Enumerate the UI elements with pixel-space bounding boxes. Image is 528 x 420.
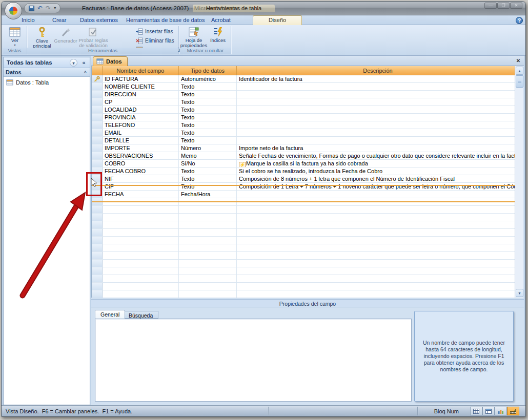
field-desc-cell[interactable] [237,260,519,267]
field-row[interactable]: DETALLE Texto [92,137,519,144]
field-desc-cell[interactable] [237,83,519,90]
property-sheet[interactable] [95,319,412,402]
hoja-propiedades-button[interactable]: Hoja de propiedades [181,27,206,49]
field-row[interactable]: NOMBRE CLIENTE Texto [92,83,519,91]
field-type-cell[interactable] [179,267,237,275]
row-selector[interactable] [92,167,103,175]
row-selector[interactable] [92,121,103,129]
field-type-cell[interactable]: Texto [179,129,237,136]
field-row[interactable]: ID FACTURA Autonumérico Identificador de… [92,75,519,83]
tab-general[interactable]: General [95,310,125,319]
field-desc-cell[interactable] [237,91,519,98]
header-nombre-del-campo[interactable]: Nombre del campo [103,66,179,75]
field-desc-cell[interactable] [237,237,519,244]
row-selector[interactable] [92,106,103,113]
empty-field-row[interactable] [92,221,519,229]
field-type-cell[interactable] [179,221,237,228]
field-desc-cell[interactable] [237,290,519,298]
field-desc-cell[interactable]: Composición de 8 números + 1 letra que c… [237,175,519,182]
insertar-filas-button[interactable]: Insertar filas [136,28,173,35]
field-desc-cell[interactable]: Composición de 1 Letra + 7 números + 1 n… [237,183,519,190]
nav-menu-dropdown-icon[interactable]: ▾ [70,59,77,67]
field-name-cell[interactable]: COBRO [103,160,179,167]
field-type-cell[interactable] [179,283,237,290]
field-type-cell[interactable]: Texto [179,137,237,144]
field-name-cell[interactable]: LOCALIDAD [103,106,179,113]
field-desc-cell[interactable] [237,283,519,290]
field-row[interactable]: CIF Texto Composición de 1 Letra + 7 núm… [92,183,519,191]
row-selector[interactable] [92,152,103,159]
header-tipo-de-datos[interactable]: Tipo de datos [179,66,237,75]
field-name-cell[interactable] [103,221,179,228]
field-name-cell[interactable] [103,252,179,259]
row-selector[interactable] [92,214,103,221]
field-desc-cell[interactable] [237,121,519,129]
row-selector[interactable] [92,198,103,205]
field-name-cell[interactable] [103,260,179,267]
field-name-cell[interactable] [103,267,179,275]
field-row[interactable]: NIF Texto Composición de 8 números + 1 l… [92,175,519,183]
close-button[interactable]: ✕ [510,3,522,9]
empty-field-row[interactable] [92,214,519,221]
nav-pane-header[interactable]: Todas las tablas ▾ « [4,57,90,68]
nav-group-datos[interactable]: Datos ˄ [4,68,90,77]
field-desc-cell[interactable] [237,106,519,113]
vertical-scrollbar[interactable]: ▲ ▼ [515,66,523,298]
field-type-cell[interactable]: Texto [179,121,237,129]
field-name-cell[interactable] [103,229,179,236]
field-name-cell[interactable]: CIF [103,183,179,190]
field-type-cell[interactable]: Texto [179,167,237,175]
row-selector[interactable] [92,98,103,106]
row-selector[interactable] [92,252,103,259]
undo-icon[interactable]: ↶ [37,5,43,11]
field-desc-cell[interactable] [237,221,519,228]
field-desc-cell[interactable] [237,98,519,106]
row-selector[interactable] [92,283,103,290]
empty-field-row[interactable] [92,206,519,214]
empty-field-row[interactable] [92,283,519,290]
row-selector[interactable] [92,144,103,152]
field-desc-cell[interactable] [237,198,519,205]
field-name-cell[interactable]: EMAIL [103,129,179,136]
field-type-cell[interactable]: Texto [179,83,237,90]
eliminar-filas-button[interactable]: Eliminar filas [136,37,174,44]
field-name-cell[interactable] [103,244,179,251]
field-desc-cell[interactable] [237,191,519,198]
field-row[interactable]: LOCALIDAD Texto [92,106,519,114]
field-type-cell[interactable] [179,275,237,282]
field-row[interactable]: FECHA Fecha/Hora [92,191,519,198]
field-type-cell[interactable] [179,260,237,267]
field-name-cell[interactable]: IMPORTE [103,144,179,152]
field-desc-cell[interactable] [237,252,519,259]
field-name-cell[interactable]: DETALLE [103,137,179,144]
row-selector[interactable] [92,244,103,251]
field-type-cell[interactable] [179,237,237,244]
tab-acrobat[interactable]: Acrobat [206,15,236,25]
empty-field-row[interactable] [92,229,519,237]
row-selector[interactable] [92,183,103,190]
field-name-cell[interactable] [103,214,179,221]
row-selector[interactable] [92,260,103,267]
field-row[interactable]: OBSERVACIONES Memo Señale Fechas de venc… [92,152,519,160]
grid-corner-cell[interactable] [92,66,103,75]
tab-datos-externos[interactable]: Datos externos [74,15,124,25]
row-selector[interactable] [92,229,103,236]
field-type-cell[interactable] [179,229,237,236]
field-name-cell[interactable]: DIRECCION [103,91,179,98]
field-name-cell[interactable] [103,198,179,205]
field-desc-cell[interactable]: ⚡Marque la casilla si la factura ya ha s… [237,160,519,167]
empty-field-row[interactable] [92,198,519,206]
row-selector[interactable] [92,75,103,82]
field-type-cell[interactable]: Texto [179,183,237,190]
empty-field-row[interactable] [92,275,519,283]
field-type-cell[interactable]: Autonumérico [179,75,237,82]
field-desc-cell[interactable] [237,244,519,251]
row-selector[interactable] [92,267,103,275]
row-selector[interactable] [92,114,103,121]
document-tab-datos[interactable]: Datos [93,56,128,66]
field-type-cell[interactable]: Texto [179,91,237,98]
smart-tag-icon[interactable]: ⚡ [239,162,246,167]
empty-field-row[interactable] [92,252,519,260]
field-type-cell[interactable] [179,290,237,298]
empty-field-row[interactable] [92,244,519,252]
